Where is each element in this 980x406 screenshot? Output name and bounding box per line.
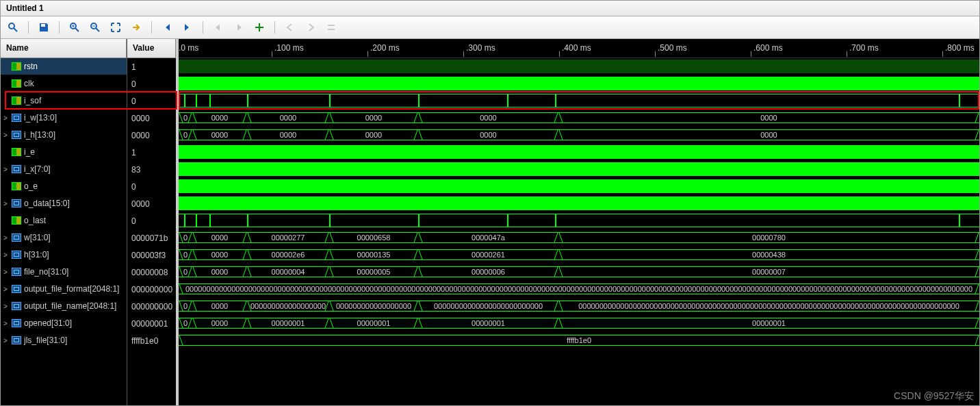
last-icon[interactable] — [181, 21, 194, 34]
waveform-row[interactable] — [179, 161, 979, 178]
expand-icon[interactable]: > — [3, 286, 10, 293]
signal-value: 00000001 — [127, 315, 176, 332]
ruler-tick: .500 ms — [658, 43, 687, 53]
swap-icon[interactable] — [324, 21, 338, 34]
zoom-out-icon[interactable] — [88, 21, 102, 34]
waveform-area[interactable]: .0 ms.100 ms.200 ms.300 ms.400 ms.500 ms… — [179, 39, 979, 405]
signal-row-o-data-15-0-[interactable]: >o_data[15:0] — [1, 195, 127, 212]
ruler-tick: .200 ms — [370, 43, 400, 53]
time-ruler[interactable]: .0 ms.100 ms.200 ms.300 ms.400 ms.500 ms… — [179, 39, 979, 58]
signal-value: 0 — [127, 212, 176, 229]
bus-segment: 0000 — [247, 130, 329, 140]
waveform-row[interactable]: 0000000000001000000010000000100000001 — [179, 315, 979, 332]
first-icon[interactable] — [160, 21, 174, 34]
waveform-row[interactable]: 000000000000000000000 — [179, 110, 979, 127]
ruler-tick: .100 ms — [274, 43, 304, 53]
save-icon[interactable] — [37, 21, 51, 34]
bus-segment: 0000 — [558, 130, 979, 140]
expand-icon[interactable]: > — [3, 234, 10, 242]
signal-type-icon — [12, 114, 21, 122]
signal-type-icon — [12, 165, 21, 173]
signal-name: w[31:0] — [24, 233, 51, 242]
svg-line-8 — [96, 28, 99, 31]
signal-type-icon — [12, 182, 21, 190]
waveform-row[interactable] — [179, 195, 979, 212]
signal-value: 0 — [127, 75, 176, 92]
expand-icon[interactable]: > — [3, 131, 10, 139]
waveform-row[interactable] — [179, 144, 979, 161]
signal-name: i_e — [24, 147, 35, 157]
signal-type-icon — [12, 216, 21, 225]
signal-row-output-file-format-2048-1-[interactable]: >output_file_format[2048:1] — [1, 281, 127, 298]
signal-type-icon — [12, 79, 21, 88]
bus-segment: 0 — [179, 250, 192, 259]
expand-icon[interactable]: > — [3, 114, 10, 122]
waveform-row[interactable] — [179, 92, 979, 110]
signal-type-icon — [12, 199, 21, 207]
step-fwd-icon[interactable] — [232, 21, 246, 34]
signal-value: ffffb1e0 — [127, 332, 176, 349]
bus-segment: 00000006 — [418, 267, 558, 277]
signal-row-i-x-7-0-[interactable]: >i_x[7:0] — [1, 161, 127, 178]
signal-type-icon — [12, 131, 21, 139]
signal-value: 000000000 — [127, 298, 176, 315]
signal-row-i-e[interactable]: i_e — [1, 144, 127, 161]
signal-row-o-last[interactable]: o_last — [1, 212, 127, 229]
expand-icon[interactable]: > — [3, 303, 10, 310]
waveform-row[interactable]: 0000000000004000000050000000600000007 — [179, 264, 979, 281]
signal-name: file_no[31:0] — [24, 267, 68, 277]
expand-icon[interactable]: > — [3, 251, 10, 259]
waveform-row[interactable] — [179, 75, 979, 92]
search-icon[interactable] — [6, 21, 20, 34]
signal-row-i-w-13-0-[interactable]: >i_w[13:0] — [1, 110, 127, 127]
add-marker-icon[interactable] — [253, 21, 266, 34]
signal-row-i-sof[interactable]: i_sof — [1, 92, 127, 110]
waveform-row[interactable] — [179, 178, 979, 195]
name-header[interactable]: Name — [1, 39, 127, 58]
expand-icon[interactable]: > — [3, 337, 10, 344]
waveform-row[interactable]: 0000000000000000000000000000000000000000… — [179, 298, 979, 315]
waveform-row[interactable]: 00000000002e6000001350000026100000438 — [179, 246, 979, 264]
content-area: Name rstnclki_sof>i_w[13:0]>i_h[13:0]i_e… — [1, 39, 979, 405]
bus-segment: 0000 — [329, 113, 418, 123]
signal-value: 000000000 — [127, 281, 176, 298]
expand-icon[interactable]: > — [3, 268, 10, 276]
waveform-row[interactable] — [179, 58, 979, 75]
signal-row-file-no-31-0-[interactable]: >file_no[31:0] — [1, 264, 127, 281]
signal-row-clk[interactable]: clk — [1, 75, 127, 92]
bus-segment: 00000000000000000000000000 — [418, 301, 558, 311]
signal-type-icon — [12, 62, 21, 71]
signal-row-jls-file-31-0-[interactable]: >jls_file[31:0] — [1, 332, 127, 349]
expand-icon[interactable]: > — [3, 320, 10, 327]
signal-type-icon — [12, 285, 21, 293]
goto-icon[interactable] — [129, 21, 143, 34]
waveform-row[interactable]: 0000000000000000000000000000000000000000… — [179, 281, 979, 298]
waveform-row[interactable] — [179, 212, 979, 229]
signal-row-output-file-name-2048-1-[interactable]: >output_file_name[2048:1] — [1, 298, 127, 315]
signal-row-rstn[interactable]: rstn — [1, 58, 127, 75]
separator — [151, 21, 152, 34]
waveform-row[interactable]: ffffb1e0 — [179, 332, 979, 349]
signal-row-o-e[interactable]: o_e — [1, 178, 127, 195]
signal-type-icon — [12, 336, 21, 344]
bus-segment: 0000 — [418, 113, 558, 123]
zoom-in-icon[interactable] — [68, 21, 81, 34]
separator — [28, 21, 29, 34]
value-header[interactable]: Value — [127, 39, 176, 58]
waveform-row[interactable]: 0000000000277000006580000047a00000780 — [179, 229, 979, 246]
signal-value: 0000 — [127, 195, 176, 212]
prev-edge-icon[interactable] — [283, 21, 297, 34]
bus-segment: ffffb1e0 — [179, 335, 979, 345]
expand-icon[interactable]: > — [3, 166, 10, 173]
signal-row-w-31-0-[interactable]: >w[31:0] — [1, 229, 127, 246]
expand-icon[interactable]: > — [3, 200, 10, 207]
step-back-icon[interactable] — [211, 21, 225, 34]
bus-segment: 0 — [179, 233, 192, 242]
signal-row-i-h-13-0-[interactable]: >i_h[13:0] — [1, 127, 127, 144]
signal-type-icon — [12, 97, 21, 105]
zoom-fit-icon[interactable] — [109, 21, 122, 34]
waveform-row[interactable]: 000000000000000000000 — [179, 127, 979, 144]
signal-row-opened-31-0-[interactable]: >opened[31:0] — [1, 315, 127, 332]
next-edge-icon[interactable] — [304, 21, 318, 34]
signal-row-h-31-0-[interactable]: >h[31:0] — [1, 246, 127, 264]
